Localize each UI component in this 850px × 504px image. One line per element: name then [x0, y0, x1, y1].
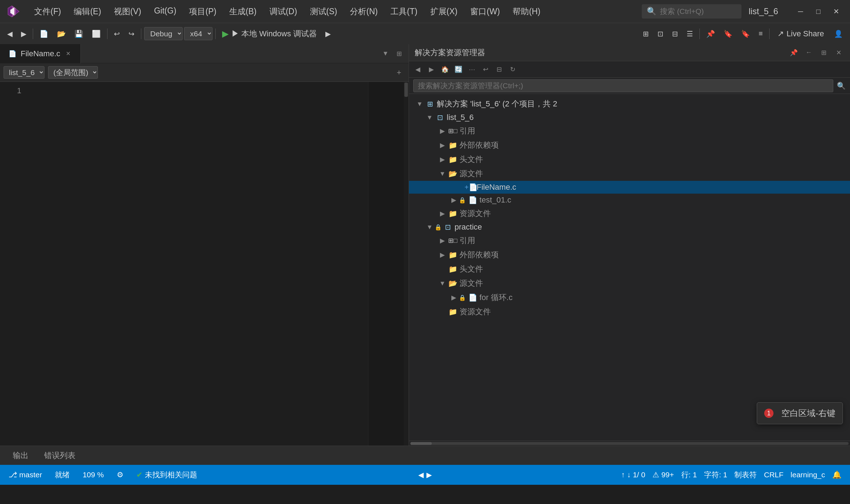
tab-list-button[interactable]: ▼ — [379, 48, 392, 60]
toolbar-btn-more[interactable]: ≡ — [755, 27, 766, 40]
practice-item[interactable]: ▼ 🔒 ⊡ practice — [409, 221, 850, 233]
resource-files-1-arrow[interactable]: ▶ — [437, 210, 447, 217]
notification-item[interactable]: 🔔 — [829, 469, 844, 481]
test01-expand-arrow[interactable]: ▶ — [449, 196, 459, 204]
menu-git[interactable]: Git(G) — [148, 4, 182, 19]
sol-home-button[interactable]: 🏠 — [439, 63, 451, 75]
forward-button[interactable]: ▶ — [17, 27, 30, 40]
redo-button[interactable]: ↪ — [125, 27, 138, 40]
code-editor[interactable] — [25, 82, 409, 446]
code-scope-select[interactable]: (全局范围) — [48, 66, 98, 79]
toolbar-btn-extra2[interactable]: ⊡ — [654, 27, 667, 40]
practice-sourcefiles-item[interactable]: ▼ 📂 源文件 — [409, 276, 850, 290]
close-button[interactable]: ✕ — [828, 3, 844, 20]
references-arrow[interactable]: ▶ — [437, 127, 447, 135]
warnings-item[interactable]: ⚠ 99+ — [650, 469, 677, 481]
settings-icon-item[interactable]: ⚙ — [114, 469, 126, 481]
undo-button[interactable]: ↩ — [110, 27, 124, 40]
menu-debug[interactable]: 调试(D) — [264, 4, 303, 19]
practice-references-item[interactable]: ▶ ⊞□ 引用 — [409, 233, 850, 248]
practice-arrow[interactable]: ▼ — [425, 224, 435, 231]
external-deps-item[interactable]: ▶ 📁 外部依赖项 — [409, 138, 850, 152]
resource-files-1-item[interactable]: ▶ 📁 资源文件 — [409, 206, 850, 221]
menu-tools[interactable]: 工具(T) — [385, 4, 423, 19]
scroll-left-icon[interactable]: ◀ — [418, 471, 424, 479]
panel-arrow-button[interactable]: ← — [803, 47, 814, 58]
start-debug-button[interactable]: ▶ ▶ 本地 Windows 调试器 — [219, 26, 320, 41]
references-item[interactable]: ▶ ⊞□ 引用 — [409, 124, 850, 138]
solution-search-icon[interactable]: 🔍 — [837, 82, 846, 90]
test01-c-item[interactable]: ▶ 🔒 📄 test_01.c — [409, 194, 850, 206]
panel-close-button[interactable]: ✕ — [833, 47, 844, 58]
menu-build[interactable]: 生成(B) — [224, 4, 262, 19]
minimize-button[interactable]: ─ — [792, 3, 809, 20]
error-list-tab[interactable]: 错误列表 — [37, 447, 83, 464]
h-scroll-thumb[interactable] — [410, 442, 432, 445]
tree-horizontal-scrollbar[interactable] — [409, 441, 850, 446]
forloop-expand-arrow[interactable]: ▶ — [449, 294, 459, 301]
toolbar-btn-extra4[interactable]: ☰ — [683, 27, 697, 40]
encoding-item[interactable]: CRLF — [761, 469, 786, 481]
repo-item[interactable]: learning_c — [788, 469, 828, 481]
menu-project[interactable]: 项目(P) — [183, 4, 222, 19]
menu-test[interactable]: 测试(S) — [304, 4, 343, 19]
sol-refresh-button[interactable]: ↻ — [507, 63, 519, 75]
tab-close-button[interactable]: ✕ — [64, 49, 72, 58]
external-deps-arrow[interactable]: ▶ — [437, 141, 447, 149]
solution-expand-arrow[interactable]: ▼ — [415, 100, 425, 108]
menu-edit[interactable]: 编辑(E) — [68, 4, 107, 19]
scrollbar-thumb[interactable] — [404, 83, 408, 97]
menu-analyze[interactable]: 分析(N) — [344, 4, 383, 19]
file-scope-select[interactable]: list_5_6 — [4, 66, 44, 79]
char-item[interactable]: 字符: 1 — [701, 468, 730, 481]
editor-header-add-button[interactable]: + — [393, 67, 405, 79]
source-files-item[interactable]: ▼ 📂 源文件 — [409, 167, 850, 181]
menu-window[interactable]: 窗口(W) — [465, 4, 505, 19]
menu-help[interactable]: 帮助(H) — [507, 4, 546, 19]
toolbar-btn-bookmark[interactable]: 🔖 — [720, 27, 736, 40]
sol-back2-button[interactable]: ↩ — [479, 63, 492, 75]
editor-code-area[interactable]: 1 — [0, 82, 409, 446]
practice-external-item[interactable]: ▶ 📁 外部依赖项 — [409, 248, 850, 262]
output-tab[interactable]: 输出 — [6, 447, 36, 464]
editor-tab-filename[interactable]: 📄 FileName.c ✕ — [0, 44, 81, 63]
panel-pin-button[interactable]: 📌 — [788, 47, 799, 58]
editor-vertical-scrollbar[interactable] — [404, 82, 409, 446]
practice-sourcefiles-arrow[interactable]: ▼ — [437, 280, 447, 287]
tab-split-button[interactable]: ⊞ — [393, 48, 405, 60]
position-item[interactable]: 行: 1 — [678, 468, 700, 481]
practice-references-arrow[interactable]: ▶ — [437, 237, 447, 245]
git-branch-item[interactable]: ⎇ master — [6, 469, 45, 481]
open-button[interactable]: 📂 — [53, 27, 69, 40]
check-item[interactable]: ✔ 未找到相关问题 — [133, 468, 200, 481]
zoom-item[interactable]: 109 % — [80, 469, 107, 481]
scroll-right-icon[interactable]: ▶ — [426, 471, 432, 479]
debug-btn2[interactable]: ▶ — [322, 27, 334, 40]
live-share-button[interactable]: ↗ Live Share — [772, 27, 829, 41]
toolbar-btn-pin[interactable]: 📌 — [703, 27, 719, 40]
arch-config-select[interactable]: x64 — [184, 27, 213, 40]
new-file-button[interactable]: 📄 — [36, 27, 52, 40]
line-info-item[interactable]: ↑ ↓ 1/ 0 — [618, 469, 648, 481]
sol-sync-button[interactable]: 🔄 — [452, 63, 465, 75]
header-files-item[interactable]: ▶ 📁 头文件 — [409, 152, 850, 167]
back-button[interactable]: ◀ — [4, 27, 16, 40]
sol-forward-button[interactable]: ▶ — [425, 63, 437, 75]
practice-resources-item[interactable]: ▶ 📁 资源文件 — [409, 305, 850, 319]
sol-collapse-button[interactable]: ⊟ — [493, 63, 505, 75]
toolbar-btn-extra[interactable]: ⊞ — [639, 27, 652, 40]
solution-tree[interactable]: ▼ ⊞ 解决方案 'list_5_6' (2 个项目，共 2 ▼ ⊡ list_… — [409, 94, 850, 441]
solution-search-input[interactable] — [413, 79, 833, 92]
practice-headers-item[interactable]: ▶ 📁 头文件 — [409, 262, 850, 276]
forloop-c-item[interactable]: ▶ 🔒 📄 for 循环.c — [409, 290, 850, 305]
line-ending-item[interactable]: 制表符 — [731, 468, 760, 481]
save-all-button[interactable]: ⬜ — [88, 27, 104, 40]
panel-expand-button[interactable]: ⊞ — [818, 47, 829, 58]
sol-back-button[interactable]: ◀ — [412, 63, 424, 75]
debug-config-select[interactable]: Debug — [144, 27, 183, 40]
toolbar-btn-bookmark2[interactable]: 🔖 — [738, 27, 754, 40]
menu-file[interactable]: 文件(F) — [28, 4, 67, 19]
project-list56-item[interactable]: ▼ ⊡ list_5_6 — [409, 111, 850, 124]
global-search[interactable]: 🔍 搜索 (Ctrl+Q) — [642, 4, 741, 19]
project-list56-arrow[interactable]: ▼ — [425, 114, 435, 121]
